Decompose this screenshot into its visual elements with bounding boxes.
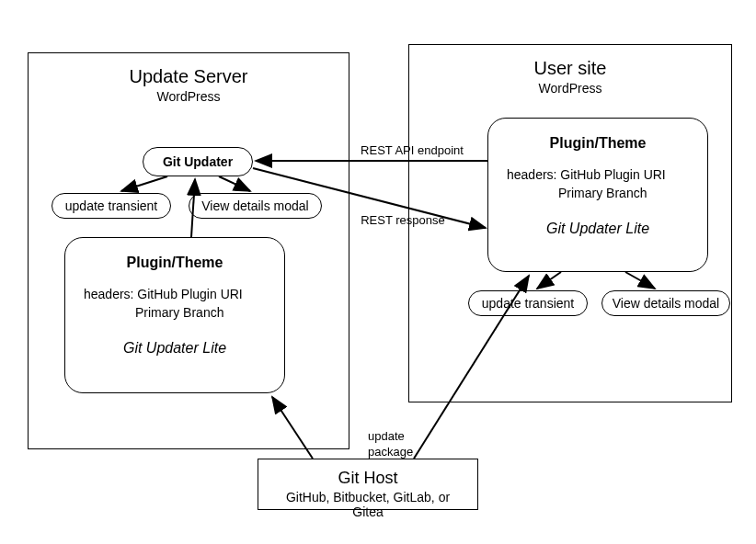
- git-host-subtitle: GitHub, Bitbucket, GitLab, or Gitea: [271, 490, 464, 519]
- update-transient-right: update transient: [468, 290, 588, 316]
- rest-response-label: REST response: [348, 213, 458, 229]
- plugin-left-lite: Git Updater Lite: [84, 340, 266, 357]
- plugin-theme-left: Plugin/Theme headers: GitHub Plugin URI …: [64, 237, 285, 393]
- update-server-title: Update Server: [29, 66, 349, 87]
- plugin-right-header1: headers: GitHub Plugin URI: [507, 166, 689, 185]
- git-host-box: Git Host GitHub, Bitbucket, GitLab, or G…: [258, 459, 478, 510]
- plugin-theme-left-title: Plugin/Theme: [84, 255, 266, 271]
- plugin-theme-right-title: Plugin/Theme: [507, 135, 689, 152]
- user-site-title-block: User site WordPress: [409, 58, 731, 96]
- update-transient-left-label: update transient: [65, 198, 157, 213]
- plugin-right-lite: Git Updater Lite: [507, 221, 689, 237]
- git-updater-label: Git Updater: [163, 154, 233, 169]
- plugin-theme-left-headers: headers: GitHub Plugin URI Primary Branc…: [84, 286, 266, 322]
- view-details-left: View details modal: [189, 193, 322, 219]
- plugin-left-header2: Primary Branch: [84, 304, 266, 323]
- git-host-title: Git Host: [271, 469, 464, 488]
- view-details-left-label: View details modal: [201, 198, 308, 213]
- git-updater-node: Git Updater: [143, 147, 253, 176]
- update-server-title-block: Update Server WordPress: [29, 66, 349, 104]
- rest-endpoint-label: REST API endpoint: [348, 143, 476, 159]
- plugin-left-header1: headers: GitHub Plugin URI: [84, 286, 266, 304]
- view-details-right-label: View details modal: [613, 296, 719, 311]
- view-details-right: View details modal: [601, 290, 730, 316]
- plugin-theme-right-headers: headers: GitHub Plugin URI Primary Branc…: [507, 166, 689, 202]
- plugin-right-header2: Primary Branch: [507, 185, 689, 203]
- update-server-subtitle: WordPress: [29, 89, 349, 104]
- update-transient-left: update transient: [52, 193, 171, 219]
- update-transient-right-label: update transient: [482, 296, 574, 311]
- update-package-label: update package: [368, 414, 441, 460]
- user-site-subtitle: WordPress: [409, 81, 731, 96]
- user-site-title: User site: [409, 58, 731, 79]
- plugin-theme-right: Plugin/Theme headers: GitHub Plugin URI …: [487, 118, 708, 272]
